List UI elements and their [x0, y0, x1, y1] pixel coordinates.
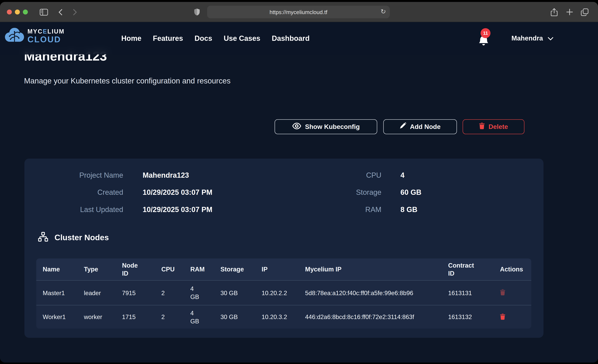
table-header-row: Name Type Node ID CPU RAM Storage IP Myc…	[36, 258, 531, 280]
browser-toolbar: https://myceliumcloud.tf ↻	[0, 2, 598, 22]
node-name: Master1	[36, 281, 77, 305]
last-updated-value: 10/29/2025 03:07 PM	[142, 206, 212, 214]
node-ip: 10.20.2.2	[255, 281, 299, 305]
node-storage: 30 GB	[214, 306, 255, 329]
user-name: Mahendra	[511, 34, 543, 42]
delete-node-button[interactable]	[500, 289, 505, 297]
node-type: leader	[77, 281, 116, 305]
info-label: Created	[25, 188, 123, 197]
address-bar[interactable]: https://myceliumcloud.tf ↻	[207, 6, 390, 18]
forward-button[interactable]	[71, 2, 79, 22]
node-ram: 4 GB	[184, 306, 214, 329]
table-row-master1: Master1 leader 7915 2 4 GB 30 GB 10.20.2…	[36, 280, 531, 305]
info-label: Project Name	[25, 171, 123, 180]
table-row-worker1: Worker1 worker 1715 2 4 GB 30 GB 10.20.3…	[36, 305, 531, 329]
node-mycelium-ip: 446:d2a6:8bcd:8c16:ff0f:72e2:3114:863f	[299, 306, 442, 329]
col-header-cpu: CPU	[155, 258, 184, 280]
privacy-shield-icon[interactable]	[192, 2, 201, 22]
node-ip: 10.20.3.2	[255, 306, 299, 329]
nav-item-docs[interactable]: Docs	[195, 34, 212, 43]
nav-item-home[interactable]: Home	[121, 34, 141, 43]
node-ram: 4 GB	[184, 281, 214, 305]
nav-item-features[interactable]: Features	[153, 34, 183, 43]
col-header-node-id: Node ID	[116, 258, 155, 280]
minimize-window-button[interactable]	[15, 9, 20, 14]
reload-icon[interactable]: ↻	[381, 8, 386, 16]
col-header-storage: Storage	[214, 258, 255, 280]
brand-name-top: MYCELIUM	[27, 29, 65, 35]
notification-count-badge: 11	[481, 28, 490, 38]
cluster-nodes-section-header: Cluster Nodes	[38, 232, 109, 243]
close-window-button[interactable]	[7, 9, 12, 14]
show-kubeconfig-button[interactable]: Show Kubeconfig	[274, 119, 377, 134]
col-header-type: Type	[77, 258, 116, 280]
sidebar-toggle-icon[interactable]	[39, 2, 49, 22]
cloud-logo-icon	[5, 27, 25, 45]
page-content: Mahendra123	[0, 22, 598, 363]
back-button[interactable]	[56, 2, 65, 22]
browser-window: https://myceliumcloud.tf ↻ Mahendra123	[0, 2, 598, 363]
nav-item-use-cases[interactable]: Use Cases	[224, 34, 260, 43]
brand-logo[interactable]: MYCELIUM CLOUD	[5, 27, 65, 45]
trash-icon	[500, 289, 505, 297]
add-node-label: Add Node	[410, 123, 440, 131]
eye-icon	[292, 123, 301, 131]
cpu-value: 4	[400, 171, 405, 180]
delete-cluster-button[interactable]: Delete	[463, 119, 524, 134]
created-value: 10/29/2025 03:07 PM	[142, 188, 212, 197]
info-label: CPU	[305, 171, 382, 180]
cluster-nodes-title: Cluster Nodes	[55, 233, 109, 242]
node-id: 7915	[116, 281, 155, 305]
col-header-contract-id: Contract ID	[442, 258, 494, 280]
delete-node-button[interactable]	[500, 313, 505, 321]
network-icon	[38, 232, 48, 243]
page-subtitle: Manage your Kubernetes cluster configura…	[24, 77, 231, 85]
show-kubeconfig-label: Show Kubeconfig	[305, 123, 360, 131]
node-cpu: 2	[155, 281, 184, 305]
col-header-actions: Actions	[493, 258, 531, 280]
cluster-detail-panel: Project Name Mahendra123 Created 10/29/2…	[25, 159, 543, 338]
screen: https://myceliumcloud.tf ↻ Mahendra123	[0, 0, 598, 364]
ram-value: 8 GB	[400, 206, 417, 214]
cluster-nodes-table: Name Type Node ID CPU RAM Storage IP Myc…	[36, 258, 531, 329]
site-header: MYCELIUM CLOUD Home Features Docs Use Ca…	[0, 22, 598, 54]
project-name-value: Mahendra123	[142, 171, 189, 180]
node-cpu: 2	[155, 306, 184, 329]
node-id: 1715	[116, 306, 155, 329]
trash-icon	[479, 123, 485, 131]
col-header-name: Name	[36, 258, 77, 280]
add-node-button[interactable]: Add Node	[383, 119, 457, 134]
share-icon[interactable]	[549, 2, 559, 22]
info-label: Last Updated	[25, 206, 123, 214]
col-header-mycelium-ip: Mycelium IP	[299, 258, 442, 280]
info-label: RAM	[305, 206, 382, 214]
node-name: Worker1	[36, 306, 77, 329]
chevron-down-icon	[548, 35, 553, 42]
main-nav: Home Features Docs Use Cases Dashboard	[121, 22, 310, 54]
pencil-icon	[400, 123, 406, 131]
node-contract-id: 1613131	[442, 281, 494, 305]
tab-overview-icon[interactable]	[579, 2, 590, 22]
nav-item-dashboard[interactable]: Dashboard	[272, 34, 309, 43]
node-type: worker	[77, 306, 116, 329]
col-header-ip: IP	[255, 258, 299, 280]
brand-name-bottom: CLOUD	[27, 35, 65, 44]
notifications-button[interactable]: 11	[478, 31, 494, 49]
col-header-ram: RAM	[184, 258, 214, 280]
zoom-window-button[interactable]	[23, 9, 28, 14]
info-label: Storage	[305, 188, 382, 197]
node-contract-id: 1613132	[442, 306, 494, 329]
trash-icon	[500, 313, 505, 321]
user-menu[interactable]: Mahendra	[511, 22, 553, 54]
storage-value: 60 GB	[400, 188, 421, 197]
delete-label: Delete	[489, 123, 508, 131]
new-tab-icon[interactable]	[565, 2, 574, 22]
node-storage: 30 GB	[214, 281, 255, 305]
node-mycelium-ip: 5d8:78ea:a120:f40c:ff0f:a5fe:99e6:8b96	[299, 281, 442, 305]
url-text: https://myceliumcloud.tf	[270, 9, 327, 15]
